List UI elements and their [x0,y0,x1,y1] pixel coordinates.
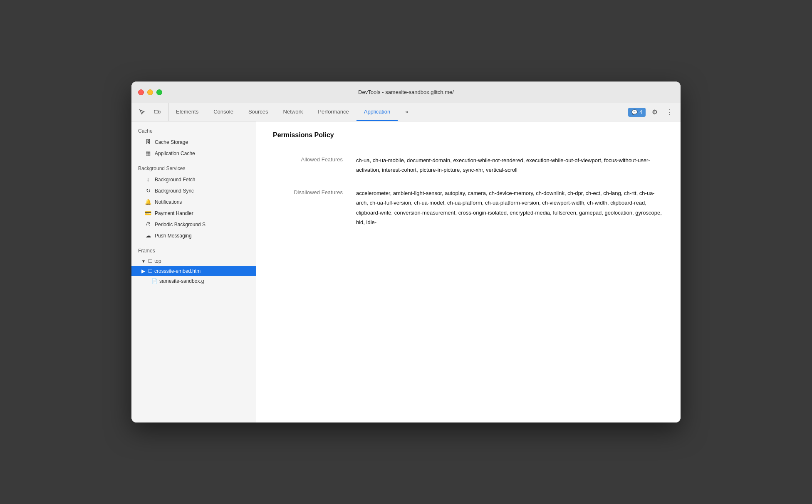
minimize-button[interactable] [147,89,153,95]
device-toggle-icon[interactable] [151,106,163,118]
devtools-window: DevTools - samesite-sandbox.glitch.me/ E… [131,82,681,422]
frame-embed-icon: ☐ [148,268,153,274]
sidebar-item-notifications[interactable]: 🔔 Notifications [131,196,256,208]
badge-count: 4 [639,109,642,115]
clock-icon: ⏱ [145,221,151,227]
sidebar: Cache 🗄 Cache Storage ▦ Application Cach… [131,121,256,422]
disallowed-features-label: Disallowed Features [273,188,356,195]
payment-icon: 💳 [145,210,151,216]
frames-section-header: Frames [131,241,256,256]
cache-section-header: Cache [131,121,256,136]
sidebar-tree-frame-active[interactable]: ▶ ☐ crosssite-embed.htm [131,266,256,276]
svg-rect-1 [158,111,160,113]
frame-icon: ☐ [148,258,153,264]
titlebar: DevTools - samesite-sandbox.glitch.me/ [131,82,681,103]
sidebar-item-application-cache-label: Application Cache [155,151,195,156]
chevron-down-icon: ▼ [141,259,146,264]
more-options-icon[interactable]: ⋮ [664,106,676,118]
allowed-features-value: ch-ua, ch-ua-mobile, document-domain, ex… [356,156,664,175]
database-icon: 🗄 [145,139,151,145]
sidebar-tree-top[interactable]: ▼ ☐ top [131,256,256,266]
sidebar-item-payment-handler[interactable]: 💳 Payment Handler [131,208,256,219]
sidebar-item-background-fetch-label: Background Fetch [155,177,195,183]
sidebar-item-background-fetch[interactable]: ↕ Background Fetch [131,174,256,185]
page-title: Permissions Policy [273,131,664,139]
sidebar-item-notifications-label: Notifications [155,199,182,205]
sidebar-tree-frame-sub-label: samesite-sandbox.g [159,278,204,284]
sidebar-item-cache-storage-label: Cache Storage [155,139,188,145]
bell-icon: 🔔 [145,199,151,205]
traffic-lights [138,89,162,95]
tab-application[interactable]: Application [356,103,398,121]
chevron-right-icon: ▶ [141,268,146,274]
tab-network[interactable]: Network [276,103,311,121]
sidebar-item-periodic-background-label: Periodic Background S [155,222,205,227]
content-area: Permissions Policy Allowed Features ch-u… [256,121,681,422]
fetch-icon: ↕ [145,176,151,183]
sidebar-item-cache-storage[interactable]: 🗄 Cache Storage [131,136,256,148]
sidebar-item-application-cache[interactable]: ▦ Application Cache [131,148,256,159]
tab-sources[interactable]: Sources [241,103,276,121]
toolbar-left-icons [131,103,168,121]
background-services-section-header: Background Services [131,159,256,174]
notification-badge[interactable]: 💬 4 [628,108,646,117]
tab-console[interactable]: Console [206,103,241,121]
allowed-features-label: Allowed Features [273,156,356,163]
tab-elements[interactable]: Elements [168,103,206,121]
sync-icon: ↻ [145,188,151,194]
sidebar-tree-frame-sub[interactable]: 📄 samesite-sandbox.g [131,276,256,286]
cloud-icon: ☁ [145,232,151,239]
disallowed-features-row: Disallowed Features accelerometer, ambie… [273,182,664,234]
grid-icon: ▦ [145,150,151,156]
maximize-button[interactable] [156,89,162,95]
badge-icon: 💬 [631,109,638,115]
tab-more[interactable]: » [398,103,416,121]
sidebar-tree-top-label: top [154,258,161,264]
sidebar-item-background-sync-label: Background Sync [155,188,194,194]
sidebar-item-periodic-background[interactable]: ⏱ Periodic Background S [131,219,256,230]
window-title: DevTools - samesite-sandbox.glitch.me/ [358,89,454,95]
sidebar-item-push-messaging-label: Push Messaging [155,233,192,239]
svg-rect-0 [154,110,158,113]
toolbar: Elements Console Sources Network Perform… [131,103,681,121]
sidebar-item-background-sync[interactable]: ↻ Background Sync [131,185,256,196]
close-button[interactable] [138,89,144,95]
sidebar-item-payment-handler-label: Payment Handler [155,210,193,216]
toolbar-right: 💬 4 ⚙ ⋮ [623,103,681,121]
allowed-features-row: Allowed Features ch-ua, ch-ua-mobile, do… [273,149,664,182]
inspect-icon[interactable] [136,106,148,118]
sidebar-tree-frame-active-label: crosssite-embed.htm [154,268,201,274]
toolbar-tabs: Elements Console Sources Network Perform… [168,103,623,121]
settings-icon[interactable]: ⚙ [649,106,661,118]
sidebar-item-push-messaging[interactable]: ☁ Push Messaging [131,230,256,241]
disallowed-features-value: accelerometer, ambient-light-sensor, aut… [356,188,664,227]
file-icon: 📄 [151,278,158,284]
tab-performance[interactable]: Performance [310,103,356,121]
main-content: Cache 🗄 Cache Storage ▦ Application Cach… [131,121,681,422]
